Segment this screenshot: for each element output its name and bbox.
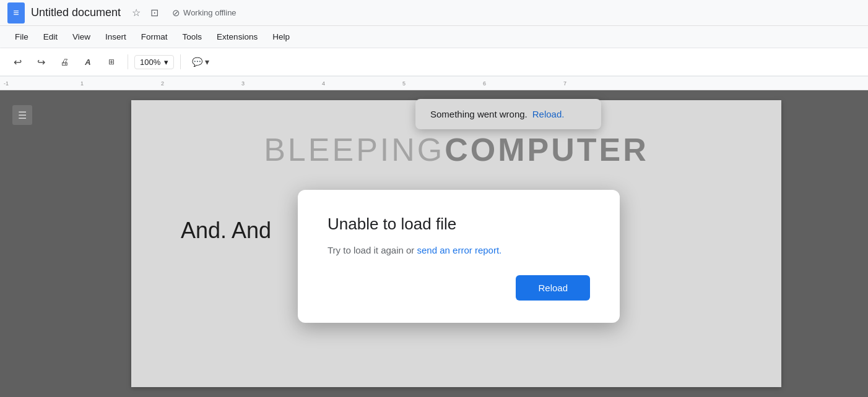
ruler-mark-2: 2 xyxy=(161,80,164,87)
menu-tools[interactable]: Tools xyxy=(176,30,209,44)
menu-insert[interactable]: Insert xyxy=(99,30,132,44)
menu-extensions[interactable]: Extensions xyxy=(210,30,264,44)
dialog-footer: Reload xyxy=(328,275,590,301)
title-icons: ☆ ⊡ xyxy=(129,6,161,20)
menu-help[interactable]: Help xyxy=(266,30,296,44)
title-bar: ≡ Untitled document ☆ ⊡ ⊘ Working offlin… xyxy=(0,0,868,26)
screen-icon[interactable]: ⊡ xyxy=(148,6,161,20)
print-button[interactable]: 🖨 xyxy=(54,52,74,72)
menu-edit[interactable]: Edit xyxy=(37,30,64,44)
ruler-mark-4: 4 xyxy=(322,80,325,87)
dialog-reload-button[interactable]: Reload xyxy=(516,275,590,301)
star-icon[interactable]: ☆ xyxy=(129,6,143,20)
ruler-mark-1: 1 xyxy=(80,80,84,87)
zoom-value: 100% xyxy=(140,58,160,67)
format-painter-button[interactable]: ⊞ xyxy=(102,52,121,72)
toolbar: ↩ ↪ 🖨 A ⊞ 100% ▾ 💬 ▾ xyxy=(0,48,868,77)
zoom-selector[interactable]: 100% ▾ xyxy=(134,55,174,69)
error-dialog: Unable to load file Try to load it again… xyxy=(298,190,620,323)
zoom-dropdown-icon: ▾ xyxy=(164,58,168,67)
comment-icon: 💬 xyxy=(192,57,202,67)
comment-dropdown-icon: ▾ xyxy=(205,57,209,67)
comment-button[interactable]: 💬 ▾ xyxy=(187,54,214,69)
toolbar-divider-2 xyxy=(180,54,181,69)
menu-view[interactable]: View xyxy=(66,30,97,44)
ruler-mark-7: 7 xyxy=(563,80,566,87)
dialog-error-report-link[interactable]: send an error report. xyxy=(417,245,502,255)
offline-badge: ⊘ Working offline xyxy=(172,7,237,19)
ruler-mark-neg1: -1 xyxy=(0,80,9,87)
dialog-body-text: Try to load it again or xyxy=(328,245,417,255)
menu-bar: File Edit View Insert Format Tools Exten… xyxy=(0,26,868,48)
modal-overlay: Unable to load file Try to load it again… xyxy=(0,90,868,397)
ruler-mark-6: 6 xyxy=(483,80,486,87)
dialog-body: Try to load it again or send an error re… xyxy=(328,245,590,255)
ruler-mark-5: 5 xyxy=(402,80,406,87)
dialog-title: Unable to load file xyxy=(328,215,590,234)
toolbar-divider-1 xyxy=(128,54,128,69)
offline-text: Working offline xyxy=(183,8,237,17)
ruler: -1 1 2 3 4 5 6 7 xyxy=(0,77,868,90)
menu-format[interactable]: Format xyxy=(135,30,174,44)
ruler-mark-3: 3 xyxy=(241,80,245,87)
document-title[interactable]: Untitled document xyxy=(31,6,121,19)
offline-icon: ⊘ xyxy=(172,7,180,19)
main-area: Something went wrong. Reload. ☰ BLEEPING… xyxy=(0,90,868,397)
redo-button[interactable]: ↪ xyxy=(31,52,51,72)
undo-button[interactable]: ↩ xyxy=(7,52,27,72)
menu-file[interactable]: File xyxy=(9,30,35,44)
app-icon: ≡ xyxy=(7,2,25,23)
ruler-content: -1 1 2 3 4 5 6 7 xyxy=(0,77,868,90)
spell-check-button[interactable]: A xyxy=(78,52,98,72)
